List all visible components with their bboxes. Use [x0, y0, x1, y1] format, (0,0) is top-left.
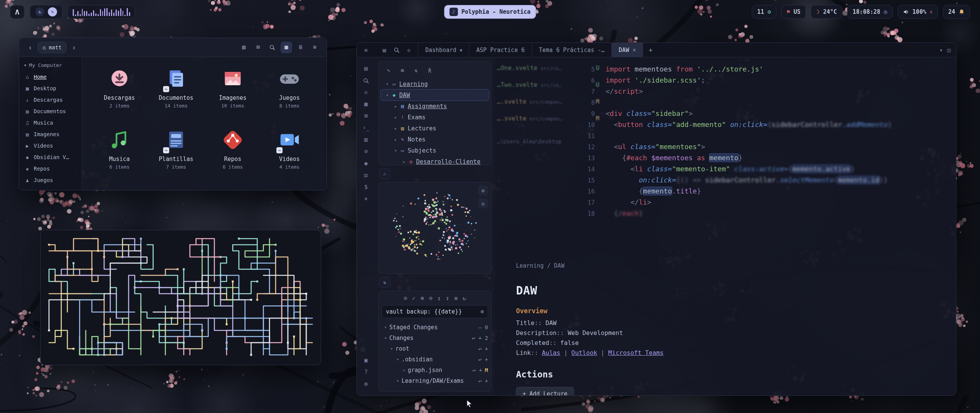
sidebar-item-imagenes[interactable]: ▧Imagenes: [19, 128, 82, 140]
close-tab-icon[interactable]: ×: [632, 47, 636, 54]
folder-descargas[interactable]: Descargas2 items: [92, 64, 147, 125]
tab-dashboard[interactable]: Dashboard◉: [418, 43, 469, 57]
file-manager-titlebar[interactable]: ‹ ⌂ matt › ▧⊞▦≣≡: [19, 38, 327, 57]
git-up-button[interactable]: ↥: [438, 296, 441, 301]
chevron-right-icon[interactable]: ▸: [392, 104, 399, 109]
new-tab-button[interactable]: +: [643, 43, 658, 57]
chevron-down-icon[interactable]: ▾: [384, 81, 390, 87]
git-lines-button[interactable]: ≡: [454, 296, 458, 301]
git-row-learning-daw-exams[interactable]: ▾Learning/DAW/Exams↩ +: [382, 376, 488, 386]
button--add-lecture[interactable]: + Add Lecture: [516, 387, 574, 395]
folder-plus-button[interactable]: ⊞: [397, 65, 408, 75]
status-pill-keyboard-layout[interactable]: ⚑US: [781, 5, 806, 19]
tab-daw[interactable]: DAW×: [612, 43, 643, 57]
ribbon-unlink-button[interactable]: ⊘: [360, 146, 372, 158]
sidebar-item-repos[interactable]: ◈Repos: [19, 163, 82, 174]
git-down-button[interactable]: ↧: [446, 296, 449, 301]
clear-commit-icon[interactable]: ⊗: [480, 309, 484, 315]
sidebar-item-desktop[interactable]: ▦Desktop: [19, 83, 82, 94]
folder-videos[interactable]: ↪Videos4 items: [262, 125, 317, 186]
folder-plus-button[interactable]: ⊞: [252, 42, 264, 53]
sidebar-item-juegos[interactable]: ♟Juegos: [19, 174, 82, 186]
git-check-button[interactable]: ✓: [412, 296, 415, 301]
nav-back-button[interactable]: ‹: [25, 43, 35, 52]
workspace-1[interactable]: ↻: [35, 7, 44, 16]
git-panel-icon[interactable]: ⇅: [379, 277, 390, 288]
git-row-changes[interactable]: ▾Changes↩ + 2: [382, 333, 488, 343]
chevron-down-icon[interactable]: ▾: [382, 335, 389, 341]
sidebar-item-musica[interactable]: ♫Musica: [19, 117, 82, 128]
sort-button[interactable]: ⇅: [411, 65, 421, 75]
tab-asp-practice-6[interactable]: ASP Practice 6: [469, 43, 532, 57]
list-button[interactable]: ≣: [295, 42, 306, 53]
status-pill-updates[interactable]: 11⚙: [752, 5, 776, 19]
git-minus-button[interactable]: ⊖: [429, 296, 432, 301]
image-button[interactable]: ▧: [238, 42, 250, 53]
split-layout-icon[interactable]: ◫: [947, 47, 951, 53]
workspace-2[interactable]: ✎: [48, 7, 57, 16]
graph-panel-icon[interactable]: ∴: [379, 168, 390, 179]
status-pill-volume[interactable]: 100%↧: [898, 5, 938, 19]
chevron-down-icon[interactable]: ▾: [389, 346, 395, 351]
menu-icon[interactable]: ≡: [357, 43, 375, 57]
breadcrumb[interactable]: ⌂ matt: [38, 42, 67, 53]
chevron-right-icon[interactable]: ▸: [401, 159, 407, 164]
graph-filter-button[interactable]: ◎: [478, 198, 488, 208]
collapse-button[interactable]: ≪: [425, 65, 435, 75]
ribbon-dice-button[interactable]: ⚄: [360, 169, 372, 181]
nav-forward-button[interactable]: ›: [69, 43, 79, 52]
tree-item-subjects[interactable]: ▾▭Subjects: [381, 145, 489, 156]
folder-juegos[interactable]: Juegos8 items: [262, 64, 317, 125]
chevron-down-icon[interactable]: ▾: [382, 325, 389, 330]
git-plus-button[interactable]: ⊕: [420, 296, 424, 301]
grid-button[interactable]: ▦: [281, 42, 292, 53]
chevron-down-icon[interactable]: ▾: [384, 93, 390, 98]
status-pill-notifications[interactable]: 24: [943, 5, 970, 19]
chevron-down-icon[interactable]: ▾: [395, 357, 401, 362]
status-pill-clock[interactable]: 18:08:28◷: [847, 5, 892, 19]
ribbon-files-button[interactable]: ▤: [360, 63, 372, 75]
sidebar-item-videos[interactable]: ▶Videos: [19, 140, 82, 151]
ribbon-dollar-button[interactable]: $: [360, 181, 372, 193]
link-outlook[interactable]: Outlook: [572, 349, 597, 356]
ribbon-help-button[interactable]: ?: [360, 366, 372, 378]
chevron-down-icon[interactable]: ▾: [395, 378, 401, 384]
ribbon-vault-button[interactable]: ▣: [360, 354, 372, 366]
ribbon-search-button[interactable]: [360, 75, 372, 86]
sidebar-item-obsidianv[interactable]: ◆Obsidian V…: [19, 151, 82, 163]
ribbon-close-button[interactable]: ×: [360, 193, 372, 205]
ribbon-bookmark-button[interactable]: ◇: [360, 86, 372, 98]
chevron-right-icon[interactable]: ▸: [392, 137, 399, 142]
ribbon-grid-button[interactable]: ▦: [360, 98, 372, 110]
pane-tab-search-button[interactable]: [391, 45, 402, 55]
git-refresh-button[interactable]: ↻: [463, 296, 466, 301]
tree-item-exams[interactable]: ▸!Exams: [381, 112, 489, 123]
ribbon-book-button[interactable]: ▥: [360, 134, 372, 146]
tree-item-learning[interactable]: ▾▭Learning: [381, 78, 489, 89]
tree-item-notes[interactable]: ▸✎Notes: [381, 134, 489, 145]
pipes-art-window[interactable]: [40, 230, 321, 365]
chevron-right-icon[interactable]: ▸: [392, 115, 399, 120]
search-button[interactable]: [266, 42, 278, 53]
editor-area[interactable]: 5import mementoes from '../../store.js'6…: [495, 57, 956, 395]
tree-item-assignments[interactable]: ▸▤Assignments: [381, 101, 489, 112]
ribbon-calendar-button[interactable]: ⊞: [360, 110, 372, 122]
pane-tab-files-button[interactable]: ▤: [379, 45, 390, 55]
graph-canvas[interactable]: [379, 182, 491, 273]
git-row--obsidian[interactable]: ▾.obsidian↩ +: [382, 354, 488, 365]
tree-item-daw[interactable]: ▾◆DAW: [381, 89, 489, 101]
sidebar-item-documentos[interactable]: ▤Documentos: [19, 106, 82, 117]
tab-tema-6-pr-cticas-[interactable]: Tema 6 Prácticas -…: [532, 43, 612, 57]
chevron-right-icon[interactable]: ▸: [392, 126, 399, 131]
git-row-graph-json[interactable]: ▫graph.json↩ + M: [382, 365, 488, 376]
folder-documentos[interactable]: ↪Documentos14 items: [149, 64, 203, 125]
folder-repos[interactable]: Repos6 items: [206, 125, 260, 186]
ribbon-terminal-button[interactable]: ›_: [360, 122, 372, 134]
pencil-button[interactable]: ✎: [383, 65, 394, 75]
git-row-staged-changes[interactable]: ▾Staged Changes— 0: [382, 322, 488, 333]
tree-item-lectures[interactable]: ▸▥Lectures: [381, 123, 489, 134]
menu-button[interactable]: ≡: [309, 42, 320, 53]
link-aulas[interactable]: Aulas: [542, 349, 560, 356]
chevron-down-icon[interactable]: ▾: [392, 148, 399, 153]
ribbon-camera-button[interactable]: ◉: [360, 158, 372, 169]
